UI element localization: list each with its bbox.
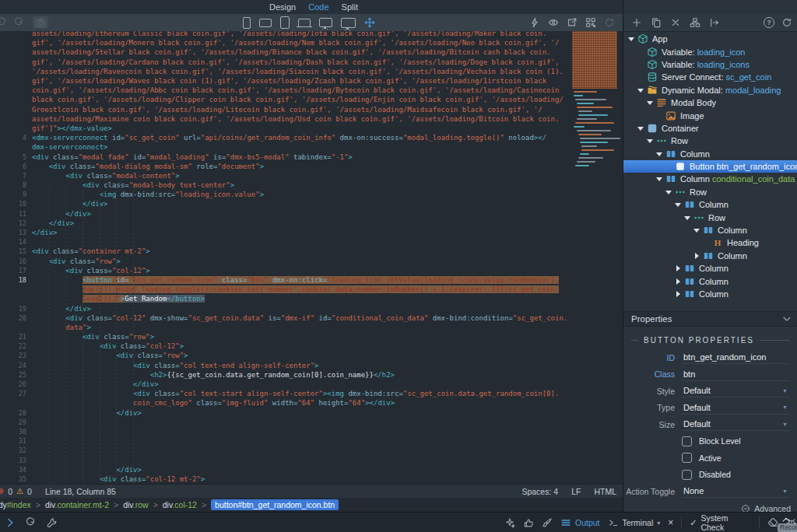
- theme-brush-icon[interactable]: [542, 517, 553, 528]
- code-line[interactable]: data">: [0, 323, 623, 332]
- breadcrumb-item[interactable]: div.container.mt-2: [45, 500, 109, 509]
- help-icon[interactable]: ?: [764, 17, 774, 28]
- expand-all-icon[interactable]: [709, 17, 720, 28]
- editor-minimap[interactable]: [572, 31, 619, 194]
- tree-item[interactable]: Modal Body: [623, 96, 797, 109]
- run-chevron-icon[interactable]: [5, 517, 16, 528]
- desktop-icon[interactable]: [319, 18, 332, 27]
- refresh-icon[interactable]: [604, 17, 615, 28]
- eol-setting[interactable]: LF: [571, 487, 581, 496]
- tree-expand-icon[interactable]: [628, 35, 635, 43]
- checkbox-icon[interactable]: [682, 436, 692, 446]
- tree-expand-icon[interactable]: [665, 188, 672, 196]
- code-line[interactable]: 23 <div class="row">: [0, 351, 623, 360]
- code-line[interactable]: 17 <div class="col-12">: [0, 266, 623, 275]
- code-line[interactable]: 30: [0, 427, 623, 436]
- undo-icon[interactable]: [0, 17, 6, 28]
- redo-icon[interactable]: [14, 17, 25, 28]
- code-line[interactable]: 24 <div class="col text-end align-self-c…: [0, 361, 623, 370]
- reload-icon[interactable]: [26, 517, 37, 528]
- code-line[interactable]: 5<div class="modal fade" id="modal_loadi…: [0, 152, 623, 161]
- duplicate-icon[interactable]: [651, 17, 662, 28]
- code-line[interactable]: 25 <h2>{{sc_get_coin.data.get_random_coi…: [0, 370, 623, 380]
- code-line[interactable]: 20 <div class="col-12" dmx-show="sc_get_…: [0, 313, 623, 323]
- tab-split[interactable]: Split: [342, 2, 358, 12]
- code-line[interactable]: coin.gif', '/assets/loading/Abbc coin bl…: [0, 86, 623, 95]
- tab-design[interactable]: Design: [269, 2, 296, 12]
- code-line[interactable]: 7 <div class="modal-content">: [0, 171, 623, 180]
- code-line[interactable]: 22 <div class="col-12">: [0, 341, 623, 351]
- tree-item[interactable]: Column: [623, 275, 797, 287]
- output-tab[interactable]: Output: [560, 517, 600, 528]
- code-line[interactable]: gif', '/assets/loading/Cardano black coi…: [0, 58, 623, 67]
- open-in-browser-icon[interactable]: [567, 17, 578, 28]
- checkbox-icon[interactable]: [682, 453, 692, 463]
- tree-item[interactable]: Row: [623, 186, 797, 198]
- tree-expand-icon[interactable]: [637, 124, 644, 132]
- phone-landscape-icon[interactable]: [259, 19, 272, 27]
- code-line[interactable]: 11 </div>: [0, 209, 623, 219]
- code-line[interactable]: 14: [0, 237, 623, 247]
- close-panel-icon[interactable]: ×: [668, 517, 673, 528]
- warnings-icon[interactable]: ⚠: [16, 487, 23, 495]
- ai-sparkle-icon[interactable]: [504, 517, 515, 528]
- code-line[interactable]: load({})">Get Random</button>: [0, 294, 623, 303]
- code-line[interactable]: gif', '/assets/loading/Waves black coin …: [0, 76, 623, 86]
- action-toggle-select[interactable]: None▼: [682, 485, 789, 498]
- code-line[interactable]: 35 <div class="col-12 mt-2">: [0, 474, 623, 484]
- tree-item[interactable]: App: [623, 33, 797, 45]
- tree-item[interactable]: Column: [623, 250, 797, 262]
- tree-item[interactable]: Column: [623, 198, 797, 211]
- code-editor[interactable]: assets/loading/Ethereum Classic black co…: [0, 31, 623, 484]
- code-line[interactable]: 19 </div>: [0, 303, 623, 313]
- preview-eye-icon[interactable]: [548, 17, 559, 28]
- tree-expand-icon[interactable]: [656, 175, 663, 183]
- code-line[interactable]: gif', '/assets/loading/Monero black coin…: [0, 38, 623, 47]
- code-line[interactable]: 4<dmx-serverconnect id="sc_get_coin" url…: [0, 133, 623, 142]
- code-line[interactable]: 26 </div>: [0, 380, 623, 389]
- screenshot-button[interactable]: [33, 16, 48, 29]
- tree-item[interactable]: Column: [623, 224, 797, 236]
- tree-expand-icon[interactable]: [647, 99, 654, 107]
- size-select[interactable]: Default▼: [682, 418, 789, 431]
- tree-item[interactable]: Variable: loading_icon: [623, 45, 797, 58]
- code-line[interactable]: 8 <div class="modal-body text-center">: [0, 180, 623, 190]
- class-input[interactable]: btn: [682, 368, 789, 381]
- code-line[interactable]: 10 </div>: [0, 199, 623, 208]
- code-line[interactable]: 28 </div>: [0, 408, 623, 418]
- tree-expand-icon[interactable]: [647, 137, 654, 145]
- code-line[interactable]: 6 <div class="modal-dialog modal-sm" rol…: [0, 162, 623, 171]
- type-select[interactable]: Default▼: [682, 401, 789, 415]
- errors-icon[interactable]: ⊗: [0, 486, 4, 496]
- code-line[interactable]: 32: [0, 446, 623, 455]
- code-line[interactable]: 9 <img dmx-bind:src="loading_icon.value"…: [0, 190, 623, 199]
- tree-expand-icon[interactable]: [675, 201, 682, 208]
- breadcrumb-item[interactable]: body#index: [0, 500, 31, 509]
- tree-item[interactable]: HHeading: [623, 236, 797, 249]
- code-line[interactable]: gif']"></dmx-value>: [0, 124, 623, 133]
- code-line[interactable]: assets/loading/Maximine coin black coin.…: [0, 114, 623, 124]
- code-line[interactable]: top(1));modal_loading.toggle();cookies.s…: [0, 285, 623, 294]
- code-line[interactable]: 16 <div class="row">: [0, 257, 623, 266]
- code-line[interactable]: 27 <div class="col text-start align-self…: [0, 389, 623, 398]
- code-line[interactable]: 13</div>: [0, 228, 623, 237]
- laptop-icon[interactable]: [298, 19, 311, 27]
- tree-item[interactable]: Row: [623, 135, 797, 147]
- checkbox-row[interactable]: Active: [623, 450, 797, 467]
- delete-component-icon[interactable]: [670, 17, 681, 28]
- tree-item[interactable]: Button btn_get_random_icon: [623, 160, 797, 173]
- code-line[interactable]: 31: [0, 436, 623, 446]
- tree-item[interactable]: Column: [623, 262, 797, 275]
- tree-item[interactable]: Server Connect: sc_get_coin: [623, 71, 797, 83]
- actions-bolt-icon[interactable]: [529, 17, 540, 28]
- code-line[interactable]: 21 <div class="row">: [0, 332, 623, 341]
- qr-code-icon[interactable]: [585, 17, 596, 28]
- breadcrumb-item[interactable]: div.row: [123, 500, 149, 509]
- phone-portrait-icon[interactable]: [243, 17, 251, 29]
- checkbox-icon[interactable]: [682, 470, 692, 480]
- tree-expand-icon[interactable]: [693, 226, 700, 234]
- tab-code[interactable]: Code: [308, 2, 328, 12]
- checkbox-row[interactable]: Disabled: [623, 467, 797, 484]
- code-line[interactable]: 15<div class="container mt-2">: [0, 247, 623, 256]
- tree-item[interactable]: Column conditional_coin_data: [623, 173, 797, 185]
